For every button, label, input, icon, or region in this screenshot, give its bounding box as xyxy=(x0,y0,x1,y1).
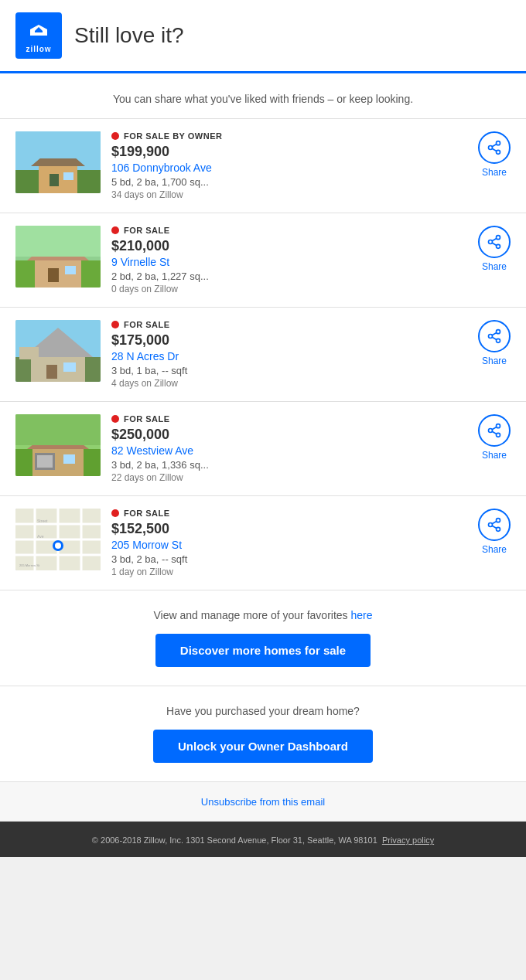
listing-info-1: FOR SALE BY OWNER $199,900 106 Donnybroo… xyxy=(111,131,470,200)
listing-badge-1: FOR SALE BY OWNER xyxy=(111,131,470,141)
svg-point-33 xyxy=(497,330,500,334)
unsubscribe-section: Unsubscribe from this email xyxy=(0,782,526,822)
status-dot xyxy=(111,509,119,517)
listing-address-5[interactable]: 205 Morrow St xyxy=(111,539,470,551)
listing-address-3[interactable]: 28 N Acres Dr xyxy=(111,350,470,362)
svg-rect-6 xyxy=(50,174,59,186)
badge-label: FOR SALE BY OWNER xyxy=(124,131,222,141)
svg-point-22 xyxy=(489,240,493,244)
listing-badge-2: FOR SALE xyxy=(111,226,470,235)
share-button-5[interactable]: Share xyxy=(478,509,511,555)
subtitle-text: You can share what you've liked with fri… xyxy=(113,93,413,105)
discover-homes-button[interactable]: Discover more homes for sale xyxy=(155,634,371,667)
status-dot xyxy=(111,226,119,234)
svg-point-65 xyxy=(497,527,500,531)
listing-image-3 xyxy=(15,320,101,382)
share-button-2[interactable]: Share xyxy=(478,226,511,272)
listing-image-1 xyxy=(15,131,101,193)
status-dot xyxy=(111,132,119,140)
owner-dashboard-button[interactable]: Unlock your Owner Dashboard xyxy=(153,730,373,763)
svg-rect-1 xyxy=(35,32,43,36)
svg-point-47 xyxy=(489,429,493,433)
share-circle-icon xyxy=(478,509,511,541)
listing-address-4[interactable]: 82 Westview Ave xyxy=(111,444,470,457)
share-button-3[interactable]: Share xyxy=(478,320,511,366)
listing-item: FOR SALE $175,000 28 N Acres Dr 3 bd, 1 … xyxy=(0,308,526,402)
listing-days-5: 1 day on Zillow xyxy=(111,567,470,577)
unsubscribe-link[interactable]: Unsubscribe from this email xyxy=(201,796,325,808)
svg-line-24 xyxy=(492,243,497,245)
svg-line-37 xyxy=(492,332,497,335)
listing-details-5: 3 bd, 2 ba, -- sqft xyxy=(111,553,470,565)
svg-rect-44 xyxy=(63,454,75,464)
listing-image-5: Street Ave 205 Morrow St xyxy=(15,509,101,570)
subtitle-section: You can share what you've liked with fri… xyxy=(0,73,526,119)
svg-point-61 xyxy=(55,543,61,549)
listing-item: FOR SALE $210,000 9 Virnelle St 2 bd, 2 … xyxy=(0,213,526,308)
svg-rect-45 xyxy=(15,414,101,445)
listing-info-5: FOR SALE $152,500 205 Morrow St 3 bd, 2 … xyxy=(111,509,470,577)
svg-text:Ave: Ave xyxy=(37,534,44,539)
listing-price-3: $175,000 xyxy=(111,332,470,349)
owner-text: Have you purchased your dream home? xyxy=(15,705,511,717)
listing-info-4: FOR SALE $250,000 82 Westview Ave 3 bd, … xyxy=(111,414,470,483)
svg-text:205 Morrow St: 205 Morrow St xyxy=(19,563,40,567)
favorites-text: View and manage more of your favorites h… xyxy=(15,609,511,621)
zillow-wordmark: zillow xyxy=(26,45,51,53)
zillow-z-icon xyxy=(27,19,50,45)
favorites-here-link[interactable]: here xyxy=(350,609,372,621)
share-circle-icon xyxy=(478,320,511,352)
svg-point-9 xyxy=(497,141,500,145)
svg-point-34 xyxy=(489,335,493,339)
svg-point-10 xyxy=(489,146,493,150)
share-label-5: Share xyxy=(482,544,507,555)
listing-info-3: FOR SALE $175,000 28 N Acres Dr 3 bd, 1 … xyxy=(111,320,470,389)
share-circle-icon xyxy=(478,226,511,258)
listing-address-2[interactable]: 9 Virnelle St xyxy=(111,256,470,268)
listing-item: FOR SALE $250,000 82 Westview Ave 3 bd, … xyxy=(0,402,526,496)
listing-details-2: 2 bd, 2 ba, 1,227 sq... xyxy=(111,271,470,282)
svg-rect-30 xyxy=(46,365,57,379)
listing-details-4: 3 bd, 2 ba, 1,336 sq... xyxy=(111,459,470,471)
zillow-logo: zillow xyxy=(15,12,62,59)
share-label-2: Share xyxy=(482,261,507,272)
privacy-policy-link[interactable]: Privacy policy xyxy=(382,835,434,845)
share-button-1[interactable]: Share xyxy=(478,131,511,178)
svg-point-64 xyxy=(489,523,493,527)
listing-badge-4: FOR SALE xyxy=(111,414,470,424)
badge-label: FOR SALE xyxy=(124,509,170,518)
share-button-4[interactable]: Share xyxy=(478,414,511,461)
footer: © 2006-2018 Zillow, Inc. 1301 Second Ave… xyxy=(0,822,526,857)
listing-price-4: $250,000 xyxy=(111,427,470,443)
svg-line-49 xyxy=(492,431,497,434)
svg-line-13 xyxy=(492,144,497,146)
share-circle-icon xyxy=(478,414,511,447)
listing-details-1: 5 bd, 2 ba, 1,700 sq... xyxy=(111,176,470,188)
svg-rect-19 xyxy=(65,266,76,274)
svg-line-66 xyxy=(492,526,497,528)
badge-label: FOR SALE xyxy=(124,320,170,329)
listing-price-1: $199,900 xyxy=(111,144,470,160)
listing-days-4: 22 days on Zillow xyxy=(111,472,470,483)
badge-label: FOR SALE xyxy=(124,414,170,424)
listing-price-5: $152,500 xyxy=(111,521,470,537)
listing-days-2: 0 days on Zillow xyxy=(111,284,470,294)
svg-line-36 xyxy=(492,337,497,339)
svg-text:Street: Street xyxy=(37,519,48,523)
svg-rect-20 xyxy=(15,226,101,257)
share-circle-icon xyxy=(478,131,511,164)
status-dot xyxy=(111,415,119,423)
listing-item: FOR SALE BY OWNER $199,900 106 Donnybroo… xyxy=(0,119,526,213)
svg-point-11 xyxy=(497,150,500,154)
listing-image-4 xyxy=(15,414,101,476)
svg-rect-18 xyxy=(48,268,59,282)
svg-rect-32 xyxy=(19,347,39,359)
share-label-4: Share xyxy=(482,450,507,461)
listing-address-1[interactable]: 106 Donnybrook Ave xyxy=(111,162,470,174)
badge-label: FOR SALE xyxy=(124,226,170,235)
share-label-3: Share xyxy=(482,356,507,366)
listing-badge-3: FOR SALE xyxy=(111,320,470,329)
listing-badge-5: FOR SALE xyxy=(111,509,470,518)
status-dot xyxy=(111,321,119,328)
svg-line-67 xyxy=(492,521,497,523)
